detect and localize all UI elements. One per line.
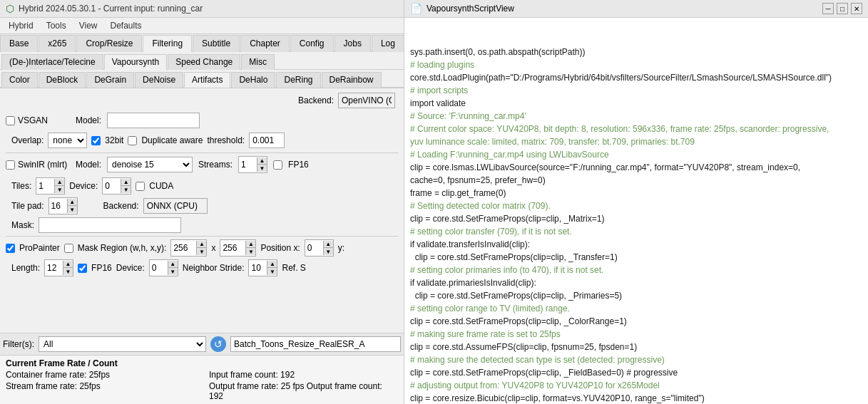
script-line: # Loading F:\running_car.mp4 using LWLib…: [410, 148, 862, 161]
tab-crop-resize[interactable]: Crop/Resize: [76, 35, 142, 52]
left-panel: ⬡ Hybrid 2024.05.30.1 - Current input: r…: [0, 0, 404, 404]
cuda-checkbox[interactable]: [136, 182, 145, 191]
script-line: # Current color space: YUV420P8, bit dep…: [410, 123, 862, 135]
script-line: clip = core.std.SetFrameProps(clip=clip,…: [410, 251, 862, 264]
swilnir-backend-input[interactable]: [143, 198, 208, 214]
tilepad-spinner: ▲ ▼: [48, 197, 78, 214]
tab-chapter[interactable]: Chapter: [240, 35, 290, 52]
tab-log[interactable]: Log: [372, 35, 404, 52]
tab-row-2: (De-)Interlace/Telecine Vapoursynth Spee…: [0, 52, 404, 70]
tab-config[interactable]: Config: [290, 35, 334, 52]
undo-button[interactable]: ↺: [210, 336, 226, 352]
batch-input[interactable]: [230, 336, 401, 352]
swilnir-model-select[interactable]: denoise 15denoise 25denoise 50jpeg 40rea…: [107, 157, 193, 172]
vsgan-model-input[interactable]: [107, 113, 200, 128]
neighbor-input[interactable]: [249, 260, 267, 276]
maximize-button[interactable]: □: [837, 3, 848, 14]
script-line: clip = core.std.SetFrameProps(clip=clip,…: [410, 315, 862, 328]
menu-view[interactable]: View: [73, 19, 103, 32]
tiles-down[interactable]: ▼: [54, 186, 64, 193]
tab-deblock[interactable]: DeBlock: [39, 72, 86, 88]
vsgan-model-label: Model:: [76, 115, 101, 125]
mask-width-up[interactable]: ▲: [196, 241, 206, 248]
script-line: clip = core.std.SetFrameProps(clip=clip,…: [410, 212, 862, 225]
tiles-arrows: ▲ ▼: [54, 179, 64, 193]
bit32-checkbox[interactable]: [91, 136, 101, 145]
menu-tools[interactable]: Tools: [41, 19, 72, 32]
script-line: clip = core.lsmas.LWLibavSource(source="…: [410, 161, 862, 174]
pos-x-down[interactable]: ▼: [323, 248, 333, 255]
device-input-1[interactable]: [103, 178, 121, 194]
vsgan-checkbox[interactable]: [6, 116, 15, 125]
device-input-2[interactable]: [150, 260, 168, 276]
tab-artifacts[interactable]: Artifacts: [184, 72, 230, 88]
device-spinner-1: ▲ ▼: [102, 177, 131, 195]
tilepad-input[interactable]: [49, 198, 67, 214]
streams-up[interactable]: ▲: [257, 157, 267, 165]
minimize-button[interactable]: ─: [822, 3, 834, 14]
title-bar: ⬡ Hybrid 2024.05.30.1 - Current input: r…: [0, 0, 404, 18]
tab-base[interactable]: Base: [0, 35, 38, 52]
propainter-checkbox[interactable]: [6, 244, 15, 253]
tab-subtitle[interactable]: Subtitle: [193, 35, 240, 52]
backend-input[interactable]: [338, 93, 395, 108]
mask-region-checkbox[interactable]: [64, 244, 73, 253]
tilepad-down[interactable]: ▼: [67, 206, 77, 213]
device-down-1[interactable]: ▼: [121, 186, 131, 193]
streams-arrows: ▲ ▼: [257, 157, 267, 172]
pos-x-input[interactable]: [305, 240, 323, 256]
tab-jobs[interactable]: Jobs: [335, 35, 371, 52]
tab-denoise[interactable]: DeNoise: [135, 72, 183, 88]
script-line: # Source: 'F:\running_car.mp4': [410, 110, 862, 123]
status-grid: Container frame rate: 25fps Input frame …: [6, 370, 398, 401]
tab-derainbow[interactable]: DeRainbow: [322, 72, 382, 88]
tab-dering[interactable]: DeRing: [276, 72, 320, 88]
tab-filtering[interactable]: Filtering: [143, 35, 192, 52]
input-count-row: Input frame count: 192: [209, 370, 398, 380]
backend-label: Backend:: [298, 95, 334, 105]
menu-defaults[interactable]: Defaults: [105, 19, 148, 32]
fp16-checkbox-2[interactable]: [78, 264, 87, 273]
device-up-2[interactable]: ▲: [168, 261, 178, 268]
pos-x-up[interactable]: ▲: [323, 241, 333, 248]
tab-dehalo[interactable]: DeHalo: [231, 72, 275, 88]
fp16-checkbox-1[interactable]: [273, 160, 282, 170]
tab-x265[interactable]: x265: [39, 35, 76, 52]
script-content[interactable]: sys.path.insert(0, os.path.abspath(scrip…: [404, 18, 868, 404]
device-down-2[interactable]: ▼: [168, 268, 178, 275]
vsgan-label: VSGAN: [18, 115, 48, 125]
tab-deinterlace[interactable]: (De-)Interlace/Telecine: [1, 54, 103, 70]
device-spinner-2: ▲▼: [149, 259, 178, 276]
dupaware-checkbox[interactable]: [128, 136, 137, 145]
close-button[interactable]: ✕: [851, 3, 862, 14]
mask-width-down[interactable]: ▼: [196, 248, 206, 255]
overlap-select[interactable]: none124: [48, 133, 87, 148]
length-down[interactable]: ▼: [63, 268, 73, 275]
length-input[interactable]: [45, 260, 63, 276]
neighbor-down[interactable]: ▼: [267, 268, 277, 275]
tab-misc[interactable]: Misc: [241, 54, 275, 70]
tab-color[interactable]: Color: [1, 72, 38, 88]
mask-input[interactable]: [39, 217, 181, 233]
mask-height-up[interactable]: ▲: [245, 241, 255, 248]
tiles-up[interactable]: ▲: [54, 179, 64, 186]
swilnir-checkbox[interactable]: [6, 160, 15, 170]
filter-select[interactable]: All: [39, 336, 206, 352]
tilepad-up[interactable]: ▲: [67, 199, 77, 206]
neighbor-up[interactable]: ▲: [267, 261, 277, 268]
mask-height-input[interactable]: [220, 240, 245, 256]
tiles-input[interactable]: [36, 178, 54, 194]
mask-width-input[interactable]: [171, 240, 196, 256]
tab-vapoursynth[interactable]: Vapoursynth: [104, 54, 168, 70]
script-line: # setting color primaries info (to 470),…: [410, 264, 862, 276]
tab-speed-change[interactable]: Speed Change: [168, 54, 240, 70]
streams-down[interactable]: ▼: [257, 165, 267, 172]
streams-input[interactable]: [239, 157, 257, 172]
output-rate-row: Output frame rate: 25 fps Output frame c…: [209, 381, 398, 401]
device-up-1[interactable]: ▲: [121, 179, 131, 186]
tab-degrain[interactable]: DeGrain: [86, 72, 134, 88]
length-up[interactable]: ▲: [63, 261, 73, 268]
mask-height-down[interactable]: ▼: [245, 248, 255, 255]
menu-hybrid[interactable]: Hybrid: [3, 19, 39, 32]
threshold-input[interactable]: [249, 133, 285, 148]
